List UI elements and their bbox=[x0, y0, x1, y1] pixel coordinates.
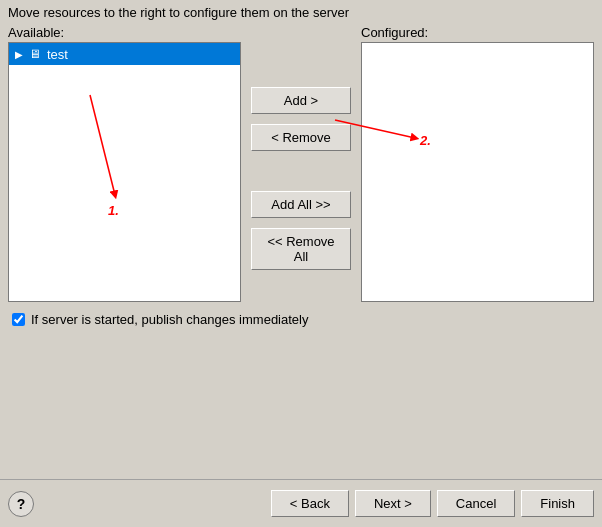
available-list[interactable]: ▶ 🖥 test bbox=[8, 42, 241, 302]
remove-button[interactable]: < Remove bbox=[251, 124, 351, 151]
help-button[interactable]: ? bbox=[8, 491, 34, 517]
cancel-button[interactable]: Cancel bbox=[437, 490, 515, 517]
tree-expand-icon: ▶ bbox=[15, 49, 23, 60]
remove-all-button[interactable]: << Remove All bbox=[251, 228, 351, 270]
bottom-right: < Back Next > Cancel Finish bbox=[271, 490, 594, 517]
add-all-button[interactable]: Add All >> bbox=[251, 191, 351, 218]
folder-icon: 🖥 bbox=[27, 46, 43, 62]
bottom-nav-bar: ? < Back Next > Cancel Finish bbox=[0, 479, 602, 527]
back-button[interactable]: < Back bbox=[271, 490, 349, 517]
publish-checkbox[interactable] bbox=[12, 313, 25, 326]
instruction-banner: Move resources to the right to configure… bbox=[0, 0, 602, 25]
configured-panel: Configured: bbox=[361, 25, 594, 302]
publish-checkbox-row: If server is started, publish changes im… bbox=[8, 306, 594, 333]
next-button[interactable]: Next > bbox=[355, 490, 431, 517]
add-button[interactable]: Add > bbox=[251, 87, 351, 114]
transfer-buttons: Add > < Remove Add All >> << Remove All bbox=[241, 25, 361, 302]
spacer-area bbox=[0, 333, 602, 479]
list-item[interactable]: ▶ 🖥 test bbox=[9, 43, 240, 65]
publish-checkbox-label[interactable]: If server is started, publish changes im… bbox=[31, 312, 308, 327]
finish-button[interactable]: Finish bbox=[521, 490, 594, 517]
panels-row: Available: ▶ 🖥 test Add > < Remove Add A… bbox=[0, 25, 602, 302]
list-item-label: test bbox=[47, 47, 68, 62]
bottom-left: ? bbox=[8, 491, 34, 517]
instruction-text: Move resources to the right to configure… bbox=[8, 5, 349, 20]
available-label: Available: bbox=[8, 25, 241, 40]
configured-list[interactable] bbox=[361, 42, 594, 302]
configured-label: Configured: bbox=[361, 25, 594, 40]
available-panel: Available: ▶ 🖥 test bbox=[8, 25, 241, 302]
main-window: 1. 2. Move resources to the right to con… bbox=[0, 0, 602, 527]
